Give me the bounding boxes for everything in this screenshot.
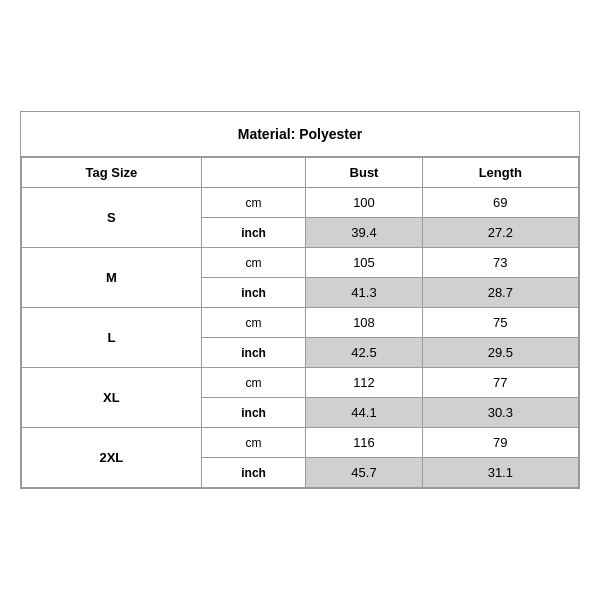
length-cm-value: 73 xyxy=(422,248,578,278)
header-unit-col xyxy=(201,158,306,188)
length-inch-value: 27.2 xyxy=(422,218,578,248)
header-length: Length xyxy=(422,158,578,188)
length-cm-value: 77 xyxy=(422,368,578,398)
length-inch-value: 28.7 xyxy=(422,278,578,308)
table-row: Mcm10573 xyxy=(22,248,579,278)
unit-inch-cell: inch xyxy=(201,458,306,488)
unit-inch-cell: inch xyxy=(201,398,306,428)
size-chart-container: Material: Polyester Tag Size Bust Length… xyxy=(20,111,580,489)
chart-title: Material: Polyester xyxy=(21,112,579,157)
bust-inch-value: 44.1 xyxy=(306,398,422,428)
unit-cm-cell: cm xyxy=(201,428,306,458)
bust-inch-value: 45.7 xyxy=(306,458,422,488)
bust-cm-value: 105 xyxy=(306,248,422,278)
unit-inch-cell: inch xyxy=(201,218,306,248)
tag-size-cell: M xyxy=(22,248,202,308)
table-row: XLcm11277 xyxy=(22,368,579,398)
length-cm-value: 69 xyxy=(422,188,578,218)
bust-cm-value: 100 xyxy=(306,188,422,218)
header-bust: Bust xyxy=(306,158,422,188)
unit-inch-cell: inch xyxy=(201,338,306,368)
header-tag-size: Tag Size xyxy=(22,158,202,188)
tag-size-cell: 2XL xyxy=(22,428,202,488)
bust-cm-value: 116 xyxy=(306,428,422,458)
tag-size-cell: XL xyxy=(22,368,202,428)
unit-inch-cell: inch xyxy=(201,278,306,308)
length-inch-value: 31.1 xyxy=(422,458,578,488)
length-cm-value: 79 xyxy=(422,428,578,458)
length-cm-value: 75 xyxy=(422,308,578,338)
bust-inch-value: 42.5 xyxy=(306,338,422,368)
bust-inch-value: 41.3 xyxy=(306,278,422,308)
table-header-row: Tag Size Bust Length xyxy=(22,158,579,188)
bust-cm-value: 112 xyxy=(306,368,422,398)
table-row: Lcm10875 xyxy=(22,308,579,338)
size-table: Tag Size Bust Length Scm10069inch39.427.… xyxy=(21,157,579,488)
unit-cm-cell: cm xyxy=(201,248,306,278)
unit-cm-cell: cm xyxy=(201,308,306,338)
unit-cm-cell: cm xyxy=(201,368,306,398)
length-inch-value: 29.5 xyxy=(422,338,578,368)
tag-size-cell: S xyxy=(22,188,202,248)
unit-cm-cell: cm xyxy=(201,188,306,218)
bust-inch-value: 39.4 xyxy=(306,218,422,248)
table-row: 2XLcm11679 xyxy=(22,428,579,458)
length-inch-value: 30.3 xyxy=(422,398,578,428)
tag-size-cell: L xyxy=(22,308,202,368)
table-row: Scm10069 xyxy=(22,188,579,218)
bust-cm-value: 108 xyxy=(306,308,422,338)
